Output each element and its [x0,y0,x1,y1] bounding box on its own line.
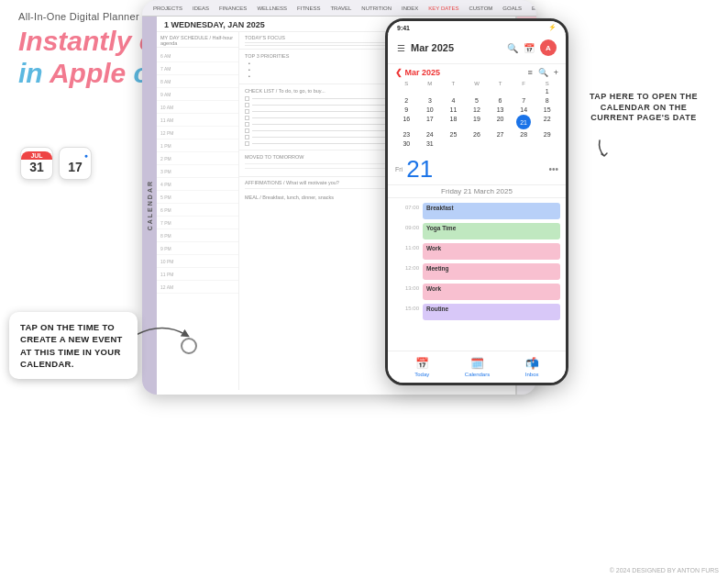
event-row-11am: 11:00 Work [388,242,566,261]
tab-wellness[interactable]: WELLNESS [253,4,291,13]
time-slot-5pm[interactable]: 5 PM [157,191,238,204]
tab-index[interactable]: INDEX [398,4,422,13]
calendar-label-text: CALENDAR [147,180,153,230]
search-icon[interactable]: 🔍 [507,43,518,53]
tab-projects[interactable]: PROJECTS [149,4,186,13]
event-time-13: 13:00 [393,284,419,300]
tab-nutrition[interactable]: NUTRITION [358,4,395,13]
event-row-9am: 09:00 Yoga Time [388,222,566,240]
more-options-icon[interactable]: ••• [548,164,558,174]
tab-goals[interactable]: GOALS [499,4,525,13]
time-slot-12pm[interactable]: 12 PM [157,127,238,139]
planner-top-tabs: PROJECTS IDEAS FINANCES WELLNESS FITNESS… [142,0,536,17]
time-slot-11am[interactable]: 11 AM [157,114,238,127]
mini-cal-header: ❮ Mar 2025 ≡ 🔍 + [395,68,558,77]
gcal-header: ☰ Mar 2025 🔍 📅 A [388,34,566,64]
calendar-icons-group: JUL 31 ● 17 [20,147,92,180]
apple-cal-day: 31 [29,160,44,175]
mini-calendar: ❮ Mar 2025 ≡ 🔍 + S M T W T F S 1 2 [388,64,566,155]
time-slot-7pm[interactable]: 7 PM [157,217,238,229]
time-slot-11pm[interactable]: 11 PM [157,268,238,281]
time-slot-10am[interactable]: 10 AM [157,101,238,114]
event-yoga[interactable]: Yoga Time [423,223,560,239]
bottom-calendars[interactable]: 🗓️ Calendars [465,357,490,377]
event-time-9: 09:00 [393,223,419,239]
checkbox[interactable] [245,109,249,114]
today-label: Today [414,372,429,377]
checkbox[interactable] [245,128,249,133]
date-number-big: 21 [406,157,433,181]
phone-time: 9:41 [397,25,410,31]
time-slot-8am[interactable]: 8 AM [157,75,238,88]
copyright: © 2024 DESIGNED BY ANTON FURS [610,567,719,573]
event-row-7am: 07:00 Breakfast [388,202,566,220]
time-slot-8pm[interactable]: 8 PM [157,229,238,242]
time-slot-9pm[interactable]: 9 PM [157,242,238,255]
checkbox[interactable] [245,141,249,146]
calendars-label: Calendars [465,372,490,377]
event-meeting[interactable]: Meeting [423,263,560,280]
checkbox[interactable] [245,116,249,120]
google-cal-day: 17 [68,160,83,175]
google-calendar-icon: ● 17 [59,147,92,180]
gcal-month-label: Mar 2025 [411,42,502,53]
time-slot-1pm[interactable]: 1 PM [157,139,238,152]
checkbox[interactable] [245,96,249,101]
event-time-12: 12:00 [393,263,419,280]
tab-travel[interactable]: TRAVEL [326,4,355,13]
calendar-switch-icon[interactable]: 📅 [524,43,535,53]
time-slot-2pm[interactable]: 2 PM [157,152,238,165]
inbox-icon: 📬 [525,357,539,370]
user-avatar[interactable]: A [540,39,557,56]
event-work-1[interactable]: Work [423,243,560,260]
event-time-7: 07:00 [393,203,419,219]
search-cal-icon[interactable]: 🔍 [538,68,548,77]
event-time-15: 15:00 [393,304,419,320]
time-slot-4pm[interactable]: 4 PM [157,178,238,191]
phone-battery: ⚡ [548,24,557,31]
tab-finances[interactable]: FINANCES [215,4,250,13]
checkbox[interactable] [245,103,249,107]
mini-cal-days-grid: S M T W T F S 1 2 3 4 5 6 7 8 9 10 [395,81,558,148]
time-slot-12am[interactable]: 12 AM [157,281,238,294]
bottom-today[interactable]: 📅 Today [414,357,429,377]
selected-date-21[interactable]: 21 [516,115,531,129]
list-view-icon[interactable]: ≡ [527,68,532,77]
time-slot-3pm[interactable]: 3 PM [157,165,238,178]
time-slot-10pm[interactable]: 10 PM [157,255,238,268]
selected-date-label: Friday 21 March 2025 [388,185,566,198]
tab-keydates[interactable]: KEY DATES [425,4,462,13]
add-event-icon[interactable]: + [554,68,558,77]
event-time-11: 11:00 [393,243,419,260]
phone-mockup: 9:41 ⚡ ☰ Mar 2025 🔍 📅 A ❮ Mar 2025 ≡ 🔍 +… [385,18,568,385]
day-abbr: Fri [395,166,403,173]
event-routine[interactable]: Routine [423,304,560,320]
tap-tooltip-box: TAP ON THE TIME TO CREATE A NEW EVENT AT… [9,312,138,379]
tab-fitness[interactable]: FITNESS [293,4,324,13]
phone-status-bar: 9:41 ⚡ [388,21,566,34]
event-work-2[interactable]: Work [423,284,560,300]
calendars-icon: 🗓️ [470,357,484,370]
tab-custom[interactable]: CUSTOM [465,4,496,13]
hamburger-icon[interactable]: ☰ [397,43,405,53]
tab-ideas[interactable]: IDEAS [189,4,213,13]
event-breakfast[interactable]: Breakfast [423,203,560,219]
schedule-label: MY DAY SCHEDULE / Half-hour agenda [157,32,238,48]
time-slot-9am[interactable]: 9 AM [157,88,238,101]
today-icon: 📅 [415,357,429,370]
event-row-12pm: 12:00 Meeting [388,262,566,281]
time-slot-6pm[interactable]: 6 PM [157,204,238,217]
tap-here-arrow [590,136,618,163]
bottom-inbox[interactable]: 📬 Inbox [525,357,539,377]
event-row-13pm: 13:00 Work [388,283,566,301]
planner-date-title: 1 WEDNESDAY, JAN 2025 [164,20,265,29]
mini-cal-controls: ≡ 🔍 + [527,68,558,77]
tap-tooltip-text: TAP ON THE TIME TO CREATE A NEW EVENT AT… [20,321,127,370]
checkbox[interactable] [245,122,249,127]
time-slot-6am[interactable]: 6 AM [157,50,238,62]
apple-calendar-icon: JUL 31 [20,147,53,180]
event-row-15pm: 15:00 Routine [388,303,566,321]
checkbox[interactable] [245,135,249,139]
date-big-row: Fri 21 ••• [388,155,566,185]
time-slot-7am[interactable]: 7 AM [157,62,238,75]
